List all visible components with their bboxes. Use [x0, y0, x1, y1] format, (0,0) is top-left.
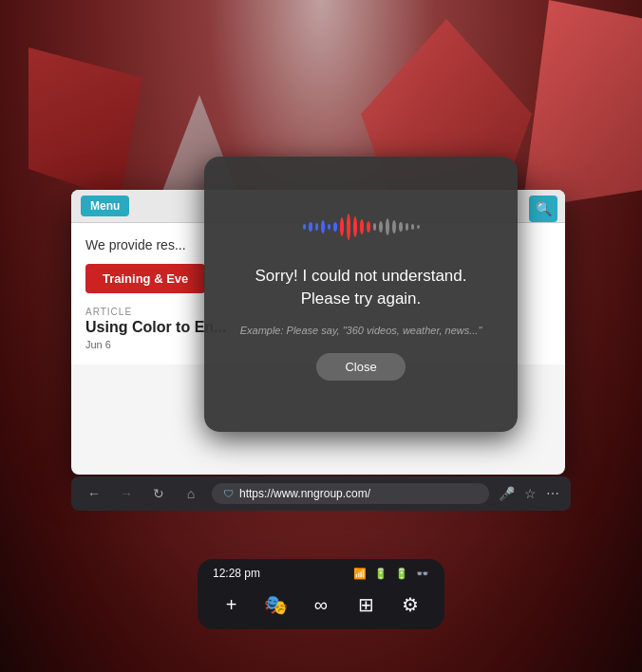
- back-button[interactable]: ←: [83, 482, 105, 505]
- battery-icon2: 🔋: [395, 568, 408, 580]
- wave-dot: [417, 225, 420, 229]
- wave-dot: [333, 222, 337, 232]
- system-status-icons: 📶 🔋 🔋 👓: [353, 568, 429, 580]
- wave-dot: [340, 217, 344, 236]
- wave-dot: [399, 222, 403, 232]
- bottom-navigation-bar: ← → ↻ ⌂ 🛡 https://www.nngroup.com/ 🎤 ☆ ⋯: [71, 476, 571, 511]
- va-error-message: Sorry! I could not understand. Please tr…: [255, 265, 466, 310]
- wave-dot: [315, 223, 318, 231]
- wifi-icon: 📶: [353, 568, 367, 580]
- wave-dot: [379, 221, 383, 233]
- wave-dot: [360, 219, 364, 234]
- url-bar[interactable]: 🛡 https://www.nngroup.com/: [212, 483, 489, 504]
- bookmark-button[interactable]: ☆: [524, 486, 537, 501]
- battery-icon1: 🔋: [374, 568, 387, 580]
- vr-battery-icon: 👓: [416, 568, 429, 580]
- menu-button[interactable]: Menu: [81, 196, 129, 216]
- more-button[interactable]: ⋯: [546, 486, 559, 501]
- va-modal: Sorry! I could not understand. Please tr…: [204, 157, 518, 432]
- wave-dot: [309, 222, 312, 232]
- wave-dot: [328, 224, 330, 230]
- waveform: [303, 208, 420, 246]
- training-button[interactable]: Training & Eve: [85, 264, 205, 293]
- system-bar: 12:28 pm 📶 🔋 🔋 👓 + 🎭 ∞ ⊞ ⚙: [198, 559, 444, 629]
- wave-dot: [303, 224, 306, 230]
- wave-dot: [392, 220, 396, 233]
- system-time: 12:28 pm: [213, 567, 260, 580]
- system-top-row: 12:28 pm 📶 🔋 🔋 👓: [209, 567, 433, 580]
- url-text: https://www.nngroup.com/: [239, 487, 370, 500]
- screen-button[interactable]: 🎭: [259, 588, 293, 622]
- wave-dot: [386, 218, 389, 235]
- settings-button[interactable]: ⚙: [393, 588, 427, 622]
- vr-mode-button[interactable]: ∞: [304, 588, 338, 622]
- library-button[interactable]: ⊞: [349, 588, 383, 622]
- forward-button[interactable]: →: [115, 482, 138, 505]
- wave-dot: [347, 214, 350, 240]
- refresh-button[interactable]: ↻: [147, 482, 170, 505]
- mic-button[interactable]: 🎤: [499, 486, 515, 501]
- wave-dot: [411, 224, 414, 230]
- va-example-text: Example: Please say, "360 videos, weathe…: [240, 325, 482, 336]
- wave-dot: [367, 221, 370, 233]
- va-close-button[interactable]: Close: [316, 353, 405, 381]
- add-tab-button[interactable]: +: [215, 588, 249, 622]
- wave-dot: [406, 223, 408, 231]
- shield-icon: 🛡: [223, 488, 234, 499]
- wave-dot: [353, 216, 357, 237]
- wave-dot: [373, 223, 376, 231]
- wave-dot: [321, 220, 325, 233]
- search-button[interactable]: 🔍: [529, 196, 557, 222]
- system-actions-row: + 🎭 ∞ ⊞ ⚙: [209, 588, 433, 622]
- home-button[interactable]: ⌂: [179, 482, 202, 505]
